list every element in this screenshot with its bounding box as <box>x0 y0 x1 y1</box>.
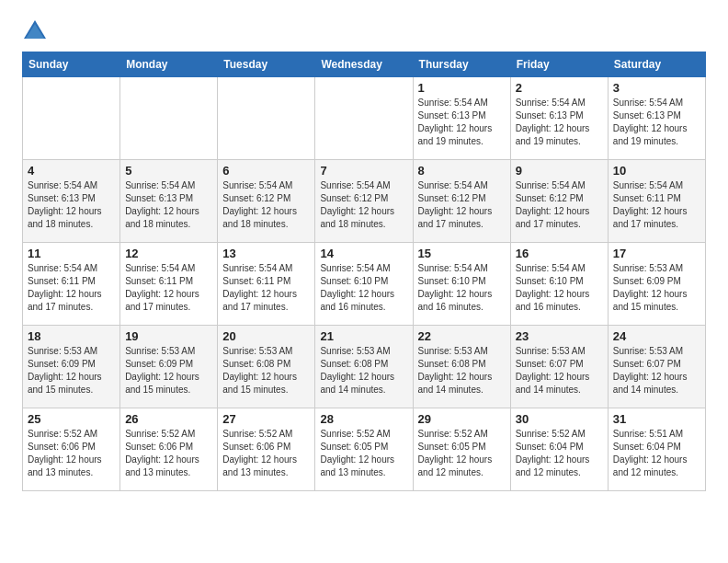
day-content: Sunrise: 5:54 AM Sunset: 6:11 PM Dayligh… <box>222 262 310 314</box>
weekday-header-wednesday: Wednesday <box>315 52 413 77</box>
calendar-cell: 11Sunrise: 5:54 AM Sunset: 6:11 PM Dayli… <box>23 243 120 326</box>
calendar-cell: 29Sunrise: 5:52 AM Sunset: 6:05 PM Dayli… <box>413 408 510 491</box>
day-number: 18 <box>28 329 115 343</box>
calendar-cell: 16Sunrise: 5:54 AM Sunset: 6:10 PM Dayli… <box>510 243 608 326</box>
week-row-2: 4Sunrise: 5:54 AM Sunset: 6:13 PM Daylig… <box>23 160 706 243</box>
day-content: Sunrise: 5:53 AM Sunset: 6:08 PM Dayligh… <box>418 345 506 396</box>
calendar-cell: 4Sunrise: 5:54 AM Sunset: 6:13 PM Daylig… <box>23 160 120 243</box>
calendar-cell <box>23 77 120 160</box>
weekday-header-sunday: Sunday <box>23 52 120 77</box>
day-number: 22 <box>418 329 506 343</box>
day-content: Sunrise: 5:54 AM Sunset: 6:13 PM Dayligh… <box>516 97 603 148</box>
calendar-cell: 24Sunrise: 5:53 AM Sunset: 6:07 PM Dayli… <box>608 326 705 408</box>
day-number: 14 <box>320 247 407 260</box>
day-content: Sunrise: 5:54 AM Sunset: 6:10 PM Dayligh… <box>418 262 506 314</box>
calendar-cell: 23Sunrise: 5:53 AM Sunset: 6:07 PM Dayli… <box>510 326 608 408</box>
day-number: 6 <box>222 164 310 178</box>
calendar-cell: 14Sunrise: 5:54 AM Sunset: 6:10 PM Dayli… <box>315 243 413 326</box>
day-content: Sunrise: 5:52 AM Sunset: 6:05 PM Dayligh… <box>320 428 407 479</box>
day-number: 10 <box>613 164 700 178</box>
day-content: Sunrise: 5:54 AM Sunset: 6:13 PM Dayligh… <box>28 179 115 231</box>
day-content: Sunrise: 5:54 AM Sunset: 6:10 PM Dayligh… <box>516 262 603 314</box>
calendar-cell: 30Sunrise: 5:52 AM Sunset: 6:04 PM Dayli… <box>510 408 608 491</box>
day-content: Sunrise: 5:52 AM Sunset: 6:06 PM Dayligh… <box>125 428 212 479</box>
calendar-cell: 6Sunrise: 5:54 AM Sunset: 6:12 PM Daylig… <box>218 160 315 243</box>
day-content: Sunrise: 5:54 AM Sunset: 6:12 PM Dayligh… <box>418 179 506 231</box>
day-number: 9 <box>516 164 603 178</box>
calendar-cell: 19Sunrise: 5:53 AM Sunset: 6:09 PM Dayli… <box>120 326 218 408</box>
day-content: Sunrise: 5:53 AM Sunset: 6:09 PM Dayligh… <box>28 345 115 396</box>
calendar-cell: 5Sunrise: 5:54 AM Sunset: 6:13 PM Daylig… <box>120 160 218 243</box>
week-row-5: 25Sunrise: 5:52 AM Sunset: 6:06 PM Dayli… <box>23 408 706 491</box>
day-content: Sunrise: 5:52 AM Sunset: 6:06 PM Dayligh… <box>28 428 115 479</box>
day-content: Sunrise: 5:53 AM Sunset: 6:08 PM Dayligh… <box>320 345 407 396</box>
weekday-header-friday: Friday <box>510 52 608 77</box>
weekday-header-row: SundayMondayTuesdayWednesdayThursdayFrid… <box>23 52 706 77</box>
calendar-cell <box>315 77 413 160</box>
calendar-cell: 18Sunrise: 5:53 AM Sunset: 6:09 PM Dayli… <box>23 326 120 408</box>
calendar-cell: 10Sunrise: 5:54 AM Sunset: 6:11 PM Dayli… <box>608 160 705 243</box>
day-content: Sunrise: 5:54 AM Sunset: 6:13 PM Dayligh… <box>418 97 506 148</box>
calendar-cell: 2Sunrise: 5:54 AM Sunset: 6:13 PM Daylig… <box>510 77 608 160</box>
day-number: 26 <box>125 412 212 426</box>
day-number: 25 <box>28 412 115 426</box>
calendar-table: SundayMondayTuesdayWednesdayThursdayFrid… <box>22 52 706 491</box>
logo <box>22 18 51 44</box>
calendar-cell: 20Sunrise: 5:53 AM Sunset: 6:08 PM Dayli… <box>218 326 315 408</box>
calendar-cell: 25Sunrise: 5:52 AM Sunset: 6:06 PM Dayli… <box>23 408 120 491</box>
calendar-cell: 17Sunrise: 5:53 AM Sunset: 6:09 PM Dayli… <box>608 243 705 326</box>
day-number: 3 <box>613 81 700 95</box>
day-content: Sunrise: 5:53 AM Sunset: 6:09 PM Dayligh… <box>613 262 700 314</box>
week-row-3: 11Sunrise: 5:54 AM Sunset: 6:11 PM Dayli… <box>23 243 706 326</box>
day-number: 21 <box>320 329 407 343</box>
calendar-cell: 13Sunrise: 5:54 AM Sunset: 6:11 PM Dayli… <box>218 243 315 326</box>
day-number: 12 <box>125 247 212 260</box>
day-number: 30 <box>516 412 603 426</box>
day-content: Sunrise: 5:54 AM Sunset: 6:13 PM Dayligh… <box>613 97 700 148</box>
day-content: Sunrise: 5:53 AM Sunset: 6:07 PM Dayligh… <box>613 345 700 396</box>
weekday-header-saturday: Saturday <box>608 52 705 77</box>
day-content: Sunrise: 5:54 AM Sunset: 6:12 PM Dayligh… <box>516 179 603 231</box>
calendar-cell: 26Sunrise: 5:52 AM Sunset: 6:06 PM Dayli… <box>120 408 218 491</box>
day-number: 13 <box>222 247 310 260</box>
calendar-cell: 15Sunrise: 5:54 AM Sunset: 6:10 PM Dayli… <box>413 243 510 326</box>
day-content: Sunrise: 5:52 AM Sunset: 6:05 PM Dayligh… <box>418 428 506 479</box>
calendar-cell: 31Sunrise: 5:51 AM Sunset: 6:04 PM Dayli… <box>608 408 705 491</box>
day-content: Sunrise: 5:54 AM Sunset: 6:11 PM Dayligh… <box>28 262 115 314</box>
calendar-cell: 12Sunrise: 5:54 AM Sunset: 6:11 PM Dayli… <box>120 243 218 326</box>
calendar-cell: 8Sunrise: 5:54 AM Sunset: 6:12 PM Daylig… <box>413 160 510 243</box>
day-content: Sunrise: 5:54 AM Sunset: 6:13 PM Dayligh… <box>125 179 212 231</box>
day-content: Sunrise: 5:53 AM Sunset: 6:07 PM Dayligh… <box>516 345 603 396</box>
day-number: 17 <box>613 247 700 260</box>
day-number: 19 <box>125 329 212 343</box>
week-row-1: 1Sunrise: 5:54 AM Sunset: 6:13 PM Daylig… <box>23 77 706 160</box>
calendar-cell <box>120 77 218 160</box>
day-number: 31 <box>613 412 700 426</box>
day-number: 11 <box>28 247 115 260</box>
day-number: 5 <box>125 164 212 178</box>
day-number: 20 <box>222 329 310 343</box>
day-number: 8 <box>418 164 506 178</box>
day-number: 24 <box>613 329 700 343</box>
day-number: 1 <box>418 81 506 95</box>
calendar-cell: 3Sunrise: 5:54 AM Sunset: 6:13 PM Daylig… <box>608 77 705 160</box>
day-content: Sunrise: 5:54 AM Sunset: 6:10 PM Dayligh… <box>320 262 407 314</box>
weekday-header-thursday: Thursday <box>413 52 510 77</box>
calendar-cell: 7Sunrise: 5:54 AM Sunset: 6:12 PM Daylig… <box>315 160 413 243</box>
day-content: Sunrise: 5:54 AM Sunset: 6:11 PM Dayligh… <box>125 262 212 314</box>
week-row-4: 18Sunrise: 5:53 AM Sunset: 6:09 PM Dayli… <box>23 326 706 408</box>
day-number: 28 <box>320 412 407 426</box>
day-number: 4 <box>28 164 115 178</box>
day-content: Sunrise: 5:54 AM Sunset: 6:11 PM Dayligh… <box>613 179 700 231</box>
weekday-header-monday: Monday <box>120 52 218 77</box>
day-number: 15 <box>418 247 506 260</box>
weekday-header-tuesday: Tuesday <box>218 52 315 77</box>
day-content: Sunrise: 5:53 AM Sunset: 6:08 PM Dayligh… <box>222 345 310 396</box>
calendar-cell: 22Sunrise: 5:53 AM Sunset: 6:08 PM Dayli… <box>413 326 510 408</box>
calendar-cell: 27Sunrise: 5:52 AM Sunset: 6:06 PM Dayli… <box>218 408 315 491</box>
page-header <box>22 18 706 44</box>
calendar-cell <box>218 77 315 160</box>
day-number: 7 <box>320 164 407 178</box>
day-content: Sunrise: 5:53 AM Sunset: 6:09 PM Dayligh… <box>125 345 212 396</box>
day-content: Sunrise: 5:52 AM Sunset: 6:04 PM Dayligh… <box>516 428 603 479</box>
